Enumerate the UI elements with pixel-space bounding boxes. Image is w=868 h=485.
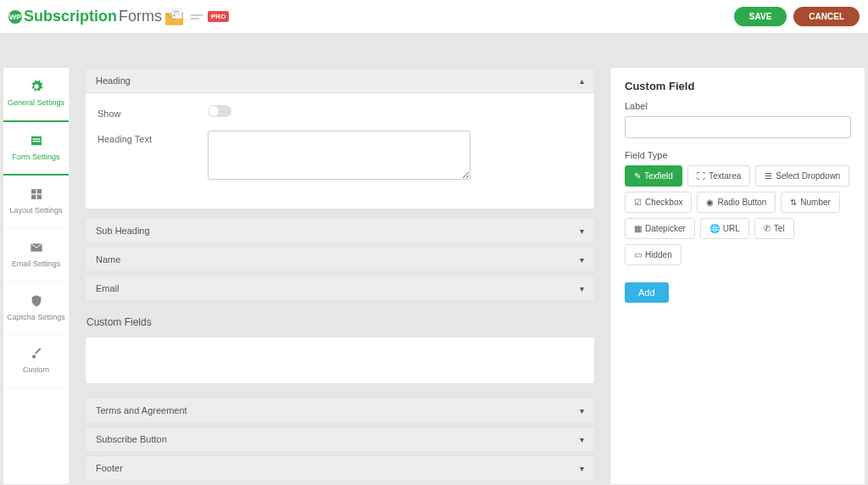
accordion-heading[interactable]: Heading ▴ <box>85 68 595 93</box>
radio-icon: ◉ <box>706 198 714 207</box>
accordion-sub-heading[interactable]: Sub Heading ▾ <box>85 218 595 243</box>
sidebar-item-email-settings[interactable]: Email Settings <box>3 229 69 282</box>
logo-word-1: Subscription <box>24 8 117 25</box>
chevron-down-icon: ▾ <box>580 435 584 444</box>
field-type-label-text: Hidden <box>645 250 672 259</box>
custom-fields-title: Custom Fields <box>86 316 595 328</box>
svg-rect-12 <box>36 195 41 199</box>
row-show: Show <box>97 105 582 119</box>
header: WP Subscription Forms PRO SAVE CANCEL <box>0 0 868 34</box>
sidebar-item-captcha-settings[interactable]: Captcha Settings <box>3 282 69 336</box>
field-type-label-text: Datepicker <box>645 224 686 233</box>
chevron-down-icon: ▾ <box>580 255 584 265</box>
expand-icon: ⛶ <box>697 171 705 181</box>
field-type-datepicker[interactable]: ▦Datepicker <box>625 218 695 239</box>
add-button[interactable]: Add <box>625 282 669 303</box>
wp-badge-icon: WP <box>8 10 22 24</box>
edit-icon: ✎ <box>634 171 641 181</box>
field-type-label-text: Texfield <box>644 171 673 181</box>
svg-rect-7 <box>32 138 40 139</box>
shield-icon <box>30 294 43 308</box>
field-type-hidden[interactable]: ▭Hidden <box>625 244 682 265</box>
logo-lines-icon <box>191 14 203 20</box>
sidebar: General Settings Form Settings Layout Se… <box>3 68 70 484</box>
sidebar-item-general-settings[interactable]: General Settings <box>3 68 69 122</box>
accordion-heading-body: Show Heading Text <box>85 93 595 209</box>
right-panel: Custom Field Label Field Type ✎Texfield … <box>610 68 865 484</box>
accordion-title: Sub Heading <box>96 226 150 236</box>
row-heading-text: Heading Text <box>97 131 582 180</box>
field-type-label: Field Type <box>625 150 851 160</box>
field-type-number[interactable]: ⇅Number <box>781 192 840 213</box>
accordion-subscribe-button[interactable]: Subscribe Button ▾ <box>85 426 595 452</box>
svg-rect-9 <box>31 189 36 193</box>
accordion-title: Terms and Agreement <box>96 405 187 415</box>
field-type-textarea[interactable]: ⛶Textarea <box>687 165 750 187</box>
sidebar-item-form-settings[interactable]: Form Settings <box>3 122 69 176</box>
sidebar-item-label: Custom <box>23 365 49 376</box>
logo-word-2: Forms <box>119 8 162 25</box>
chevron-down-icon: ▾ <box>580 284 584 293</box>
show-label: Show <box>97 105 208 119</box>
svg-rect-11 <box>31 195 36 199</box>
svg-rect-2 <box>174 10 180 11</box>
hidden-icon: ▭ <box>634 250 642 259</box>
svg-rect-4 <box>174 13 181 14</box>
custom-field-title: Custom Field <box>625 80 851 92</box>
field-type-checkbox[interactable]: ☑Checkbox <box>625 192 692 213</box>
accordion-footer[interactable]: Footer ▾ <box>85 455 595 481</box>
calendar-icon: ▦ <box>634 224 642 233</box>
content: General Settings Form Settings Layout Se… <box>0 51 868 484</box>
accordion-title: Subscribe Button <box>96 434 167 444</box>
save-button[interactable]: SAVE <box>734 7 787 26</box>
sidebar-item-layout-settings[interactable]: Layout Settings <box>3 176 69 229</box>
chevron-down-icon: ▾ <box>580 226 584 236</box>
field-type-url[interactable]: 🌐URL <box>700 218 749 239</box>
layout-icon <box>30 187 43 201</box>
accordion-title: Footer <box>96 463 123 473</box>
main-column: Heading ▴ Show Heading Text Sub Heading … <box>85 68 595 484</box>
field-type-label-text: Textarea <box>709 171 741 181</box>
globe-icon: 🌐 <box>709 224 720 233</box>
field-type-radio-button[interactable]: ◉Radio Button <box>697 192 776 213</box>
field-type-grid: ✎Texfield ⛶Textarea ☰Select Dropdown ☑Ch… <box>625 165 851 265</box>
pro-badge: PRO <box>208 11 229 22</box>
cancel-button[interactable]: CANCEL <box>793 7 860 26</box>
gear-icon <box>30 80 43 93</box>
accordion-title: Heading <box>96 75 131 86</box>
envelope-icon <box>165 8 187 26</box>
custom-fields-dropzone[interactable] <box>85 337 595 384</box>
svg-rect-3 <box>174 12 181 13</box>
chevron-down-icon: ▾ <box>580 406 584 415</box>
show-toggle[interactable] <box>208 105 231 117</box>
accordion-terms[interactable]: Terms and Agreement ▾ <box>85 398 595 423</box>
label-label: Label <box>625 101 851 111</box>
sidebar-item-custom[interactable]: Custom <box>3 335 69 388</box>
heading-text-textarea[interactable] <box>208 131 470 180</box>
sidebar-item-label: Captcha Settings <box>7 313 65 323</box>
email-icon <box>30 241 43 254</box>
sidebar-item-label: Layout Settings <box>9 206 62 216</box>
svg-rect-8 <box>32 141 40 142</box>
field-type-select-dropdown[interactable]: ☰Select Dropdown <box>755 165 849 187</box>
brush-icon <box>30 347 43 360</box>
checkbox-icon: ☑ <box>634 198 642 207</box>
logo: WP Subscription Forms PRO <box>8 8 229 26</box>
field-type-tel[interactable]: ✆Tel <box>754 218 794 239</box>
heading-text-label: Heading Text <box>97 131 208 144</box>
label-input[interactable] <box>625 116 851 138</box>
number-icon: ⇅ <box>790 198 797 207</box>
accordion-email[interactable]: Email ▾ <box>85 276 595 301</box>
field-type-label-text: Tel <box>774 224 785 233</box>
accordion-name[interactable]: Name ▾ <box>85 247 595 272</box>
field-type-textfield[interactable]: ✎Texfield <box>625 165 682 187</box>
svg-point-5 <box>174 14 175 16</box>
chevron-up-icon: ▴ <box>580 76 584 86</box>
field-type-label-text: Radio Button <box>717 198 766 207</box>
accordion-title: Name <box>96 254 120 265</box>
sidebar-item-label: Form Settings <box>12 153 59 163</box>
form-icon <box>30 134 43 148</box>
header-actions: SAVE CANCEL <box>734 7 860 26</box>
sidebar-item-label: General Settings <box>8 98 64 109</box>
sidebar-item-label: Email Settings <box>12 259 61 270</box>
